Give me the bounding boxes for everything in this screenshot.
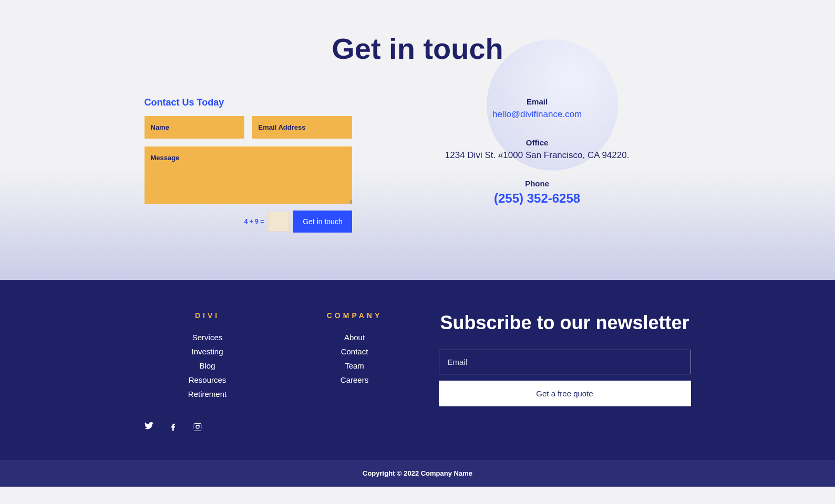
contact-info: Email hello@divifinance.com Office 1234 … <box>384 97 691 233</box>
footer-col-divi: DIVI Services Investing Blog Resources R… <box>145 311 271 406</box>
form-heading: Contact Us Today <box>145 97 352 108</box>
facebook-icon[interactable] <box>169 422 178 434</box>
newsletter-email-input[interactable] <box>439 350 691 374</box>
newsletter-title: Subscribe to our newsletter <box>439 311 691 334</box>
footer-link[interactable]: Investing <box>145 347 271 356</box>
footer-heading-divi: DIVI <box>145 311 271 320</box>
instagram-icon[interactable] <box>193 422 202 434</box>
captcha-input[interactable] <box>268 212 289 232</box>
footer-link[interactable]: Contact <box>292 347 418 356</box>
contact-form: Contact Us Today 4 + 9 = Get in touch <box>145 97 352 233</box>
name-input[interactable] <box>145 116 244 139</box>
footer-col-company: COMPANY About Contact Team Careers <box>292 311 418 406</box>
email-link[interactable]: hello@divifinance.com <box>384 109 691 120</box>
email-label: Email <box>384 97 691 106</box>
quote-button[interactable]: Get a free quote <box>439 381 691 406</box>
page-title: Get in touch <box>145 32 691 66</box>
footer-link[interactable]: Retirement <box>145 390 271 398</box>
footer-link[interactable]: Careers <box>292 375 418 384</box>
office-address: 1234 Divi St. #1000 San Francisco, CA 94… <box>384 150 691 161</box>
footer-link[interactable]: About <box>292 333 418 342</box>
twitter-icon[interactable] <box>145 422 154 434</box>
footer-link[interactable]: Resources <box>145 375 271 384</box>
phone-link[interactable]: (255) 352-6258 <box>384 191 691 206</box>
captcha-label: 4 + 9 = <box>244 218 264 225</box>
footer-link[interactable]: Team <box>292 361 418 370</box>
phone-label: Phone <box>384 179 691 188</box>
email-input[interactable] <box>252 116 352 139</box>
footer-link[interactable]: Services <box>145 333 271 342</box>
message-input[interactable] <box>145 146 352 204</box>
footer-heading-company: COMPANY <box>292 311 418 320</box>
newsletter-block: Subscribe to our newsletter Get a free q… <box>439 311 691 406</box>
footer-link[interactable]: Blog <box>145 361 271 370</box>
copyright: Copyright © 2022 Company Name <box>0 460 835 487</box>
office-label: Office <box>384 138 691 147</box>
submit-button[interactable]: Get in touch <box>293 211 352 233</box>
